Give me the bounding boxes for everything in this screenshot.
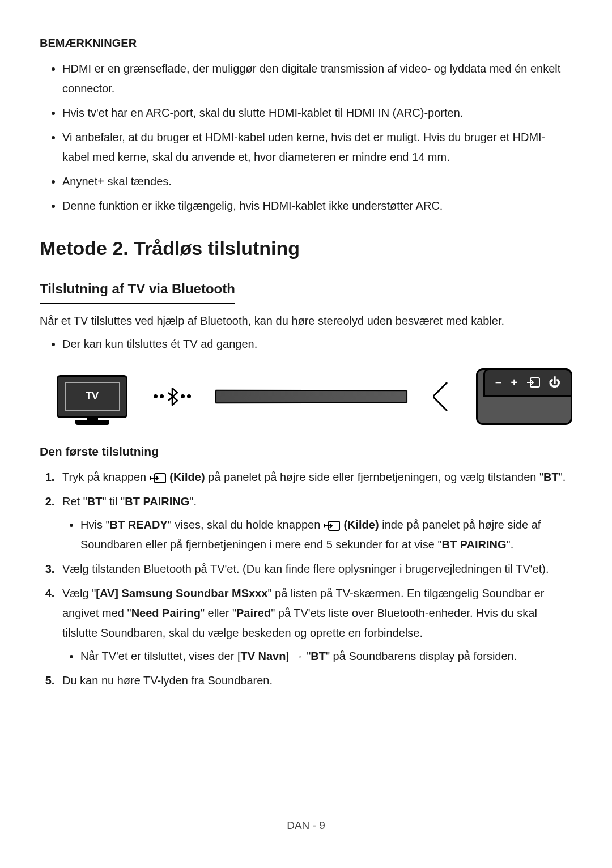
step-text: ] → " <box>286 650 311 662</box>
notes-item: Anynet+ skal tændes. <box>62 172 572 192</box>
step-item: Tryk på knappen (Kilde) på panelet på hø… <box>58 467 572 487</box>
bluetooth-icon <box>166 387 178 406</box>
step-text: " vises, skal du holde knappen <box>168 518 324 531</box>
step-text: Når TV'et er tilsluttet, vises der [ <box>80 650 240 662</box>
step-text: Vælg " <box>62 587 96 599</box>
needpairing-label: Need Pairing <box>131 607 201 619</box>
intro-bullets: Der kan kun tilsluttes ét TV ad gangen. <box>40 334 572 354</box>
intro-bullet-item: Der kan kun tilsluttes ét TV ad gangen. <box>62 334 572 354</box>
substep-item: Hvis "BT READY" vises, skal du holde kna… <box>80 515 572 555</box>
bt-label: BT <box>87 495 103 508</box>
kilde-label: (Kilde) <box>169 471 205 483</box>
control-panel-icon: − + ⏻ <box>476 368 572 425</box>
notes-item: Vi anbefaler, at du bruger et HDMI-kabel… <box>62 127 572 167</box>
paired-label: Paired <box>236 607 271 619</box>
intro-text: Når et TV tilsluttes ved hjælp af Blueto… <box>40 312 572 330</box>
bt-label: BT <box>311 650 326 662</box>
tv-icon: TV <box>57 375 128 418</box>
step-text: ". <box>507 538 514 551</box>
step-text: Ret " <box>62 495 87 508</box>
connector-line-icon <box>433 380 450 414</box>
notes-item: HDMI er en grænseflade, der muliggør den… <box>62 59 572 99</box>
notes-list: HDMI er en grænseflade, der muliggør den… <box>40 59 572 216</box>
subsection-title: Tilslutning af TV via Bluetooth <box>40 278 235 303</box>
steps-list: Tryk på knappen (Kilde) på panelet på hø… <box>40 467 572 691</box>
source-icon <box>526 377 540 388</box>
tv-label: TV <box>65 382 120 411</box>
step-item: Vælg "[AV] Samsung Soundbar MSxxx" på li… <box>58 584 572 666</box>
soundbar-icon <box>215 390 407 404</box>
plus-icon: + <box>511 373 518 392</box>
tvnavn-label: TV Navn <box>240 650 286 662</box>
source-icon <box>324 520 341 531</box>
bt-label: BT <box>543 471 559 483</box>
power-icon: ⏻ <box>549 373 560 392</box>
bluetooth-signal-icon <box>154 387 191 406</box>
kilde-label: (Kilde) <box>343 518 379 531</box>
steps-heading: Den første tilslutning <box>40 442 572 461</box>
notes-item: Hvis tv'et har en ARC-port, skal du slut… <box>62 103 572 123</box>
step-text: Hvis " <box>80 518 110 531</box>
step-text: " på Soundbarens display på forsiden. <box>326 650 517 662</box>
source-icon <box>150 473 167 484</box>
page-footer: DAN - 9 <box>287 817 325 834</box>
substep-item: Når TV'et er tilsluttet, vises der [TV N… <box>80 646 572 666</box>
step-item: Ret "BT" til "BT PAIRING". Hvis "BT READ… <box>58 492 572 555</box>
notes-item: Denne funktion er ikke tilgængelig, hvis… <box>62 196 572 216</box>
step-text: ". <box>559 471 566 483</box>
step-text: på panelet på højre side eller fjernbetj… <box>205 471 543 483</box>
notes-heading: BEMÆRKNINGER <box>40 34 572 52</box>
minus-icon: − <box>495 373 502 392</box>
step-item: Du kan nu høre TV-lyden fra Soundbaren. <box>58 671 572 691</box>
btready-label: BT READY <box>110 518 168 531</box>
connection-diagram: TV − + ⏻ <box>57 368 572 425</box>
step-text: ". <box>189 495 197 508</box>
step-item: Vælg tilstanden Bluetooth på TV'et. (Du … <box>58 559 572 579</box>
section-title: Metode 2. Trådløs tilslutning <box>40 233 572 263</box>
tv-stand-icon <box>75 420 109 425</box>
btpairing-label: BT PAIRING <box>125 495 189 508</box>
av-label: [AV] Samsung Soundbar MSxxx <box>96 587 267 599</box>
step-text: " til " <box>102 495 125 508</box>
step-text: Tryk på knappen <box>62 471 150 483</box>
btpairing-label: BT PAIRING <box>442 538 507 551</box>
step-text: " eller " <box>201 607 236 619</box>
